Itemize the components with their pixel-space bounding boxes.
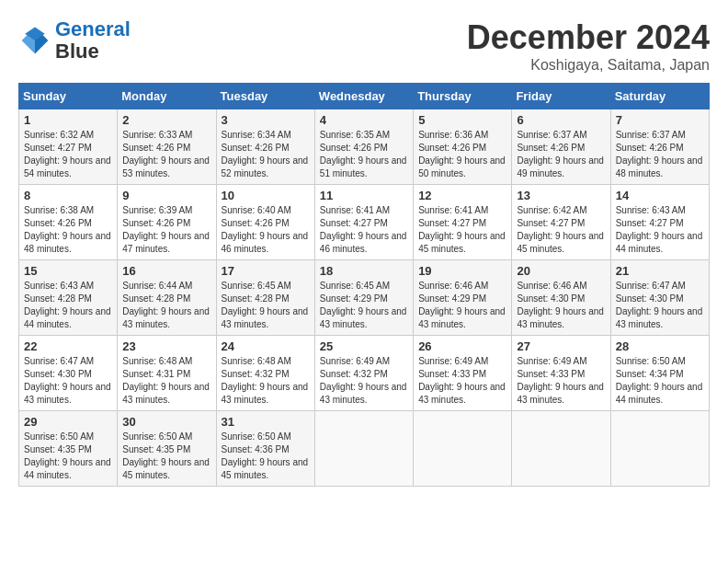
day-header-thursday: Thursday	[414, 84, 512, 109]
day-cell: 21 Sunrise: 6:47 AMSunset: 4:30 PMDaylig…	[610, 260, 709, 336]
location: Koshigaya, Saitama, Japan	[467, 57, 710, 74]
day-header-monday: Monday	[118, 84, 216, 109]
month-title: December 2024	[467, 18, 710, 57]
day-cell: 9 Sunrise: 6:39 AMSunset: 4:26 PMDayligh…	[118, 185, 216, 260]
day-cell: 30 Sunrise: 6:50 AMSunset: 4:35 PMDaylig…	[118, 411, 216, 487]
week-row-1: 1 Sunrise: 6:32 AMSunset: 4:27 PMDayligh…	[19, 109, 710, 185]
day-info: Sunrise: 6:35 AMSunset: 4:26 PMDaylight:…	[320, 129, 408, 180]
day-number: 19	[418, 264, 506, 278]
day-info: Sunrise: 6:45 AMSunset: 4:28 PMDaylight:…	[222, 280, 310, 331]
day-cell: 28 Sunrise: 6:50 AMSunset: 4:34 PMDaylig…	[610, 336, 709, 411]
day-number: 10	[222, 189, 310, 202]
day-cell: 12 Sunrise: 6:41 AMSunset: 4:27 PMDaylig…	[414, 185, 512, 260]
day-cell: 3 Sunrise: 6:34 AMSunset: 4:26 PMDayligh…	[216, 109, 314, 185]
day-cell: 4 Sunrise: 6:35 AMSunset: 4:26 PMDayligh…	[314, 109, 413, 185]
day-info: Sunrise: 6:44 AMSunset: 4:28 PMDaylight:…	[122, 280, 210, 331]
day-cell: 15 Sunrise: 6:43 AMSunset: 4:28 PMDaylig…	[19, 260, 118, 336]
day-number: 29	[24, 415, 112, 429]
day-number: 25	[320, 339, 408, 353]
week-row-5: 29 Sunrise: 6:50 AMSunset: 4:35 PMDaylig…	[19, 411, 710, 487]
day-info: Sunrise: 6:39 AMSunset: 4:26 PMDaylight:…	[122, 204, 210, 256]
day-info: Sunrise: 6:49 AMSunset: 4:33 PMDaylight:…	[418, 355, 506, 407]
day-info: Sunrise: 6:47 AMSunset: 4:30 PMDaylight:…	[24, 355, 112, 407]
day-number: 2	[122, 113, 210, 127]
day-cell: 14 Sunrise: 6:43 AMSunset: 4:27 PMDaylig…	[610, 185, 709, 260]
day-info: Sunrise: 6:48 AMSunset: 4:32 PMDaylight:…	[222, 355, 310, 407]
day-cell: 7 Sunrise: 6:37 AMSunset: 4:26 PMDayligh…	[610, 109, 709, 185]
day-header-tuesday: Tuesday	[216, 84, 314, 109]
day-cell: 16 Sunrise: 6:44 AMSunset: 4:28 PMDaylig…	[118, 260, 216, 336]
day-number: 7	[616, 113, 704, 127]
day-cell	[414, 411, 512, 487]
day-info: Sunrise: 6:50 AMSunset: 4:34 PMDaylight:…	[616, 355, 704, 407]
day-number: 20	[517, 264, 605, 278]
day-header-saturday: Saturday	[610, 84, 709, 109]
day-number: 30	[122, 415, 210, 429]
day-cell	[610, 411, 709, 487]
day-number: 1	[24, 113, 112, 127]
day-cell: 5 Sunrise: 6:36 AMSunset: 4:26 PMDayligh…	[414, 109, 512, 185]
day-cell: 11 Sunrise: 6:41 AMSunset: 4:27 PMDaylig…	[314, 185, 413, 260]
day-number: 13	[517, 189, 605, 202]
day-cell: 24 Sunrise: 6:48 AMSunset: 4:32 PMDaylig…	[216, 336, 314, 411]
day-info: Sunrise: 6:41 AMSunset: 4:27 PMDaylight:…	[320, 204, 408, 256]
day-cell: 8 Sunrise: 6:38 AMSunset: 4:26 PMDayligh…	[19, 185, 118, 260]
day-cell: 27 Sunrise: 6:49 AMSunset: 4:33 PMDaylig…	[512, 336, 610, 411]
day-number: 21	[616, 264, 704, 278]
day-info: Sunrise: 6:46 AMSunset: 4:29 PMDaylight:…	[418, 280, 506, 331]
day-number: 9	[122, 189, 210, 202]
day-cell	[512, 411, 610, 487]
logo: General Blue	[18, 18, 131, 63]
day-cell: 19 Sunrise: 6:46 AMSunset: 4:29 PMDaylig…	[414, 260, 512, 336]
day-cell: 13 Sunrise: 6:42 AMSunset: 4:27 PMDaylig…	[512, 185, 610, 260]
day-number: 18	[320, 264, 408, 278]
day-number: 22	[24, 339, 112, 353]
day-info: Sunrise: 6:49 AMSunset: 4:33 PMDaylight:…	[517, 355, 605, 407]
day-info: Sunrise: 6:43 AMSunset: 4:27 PMDaylight:…	[616, 204, 704, 256]
day-info: Sunrise: 6:37 AMSunset: 4:26 PMDaylight:…	[616, 129, 704, 180]
day-info: Sunrise: 6:48 AMSunset: 4:31 PMDaylight:…	[122, 355, 210, 407]
day-info: Sunrise: 6:43 AMSunset: 4:28 PMDaylight:…	[24, 280, 112, 331]
day-info: Sunrise: 6:50 AMSunset: 4:36 PMDaylight:…	[222, 431, 310, 482]
week-row-3: 15 Sunrise: 6:43 AMSunset: 4:28 PMDaylig…	[19, 260, 710, 336]
day-info: Sunrise: 6:36 AMSunset: 4:26 PMDaylight:…	[418, 129, 506, 180]
day-number: 6	[517, 113, 605, 127]
day-number: 3	[222, 113, 310, 127]
day-info: Sunrise: 6:50 AMSunset: 4:35 PMDaylight:…	[122, 431, 210, 482]
week-row-4: 22 Sunrise: 6:47 AMSunset: 4:30 PMDaylig…	[19, 336, 710, 411]
day-cell: 20 Sunrise: 6:46 AMSunset: 4:30 PMDaylig…	[512, 260, 610, 336]
day-number: 11	[320, 189, 408, 202]
day-cell: 22 Sunrise: 6:47 AMSunset: 4:30 PMDaylig…	[19, 336, 118, 411]
day-number: 28	[616, 339, 704, 353]
title-area: December 2024 Koshigaya, Saitama, Japan	[467, 18, 710, 74]
day-number: 4	[320, 113, 408, 127]
day-header-sunday: Sunday	[19, 84, 118, 109]
day-info: Sunrise: 6:40 AMSunset: 4:26 PMDaylight:…	[222, 204, 310, 256]
day-info: Sunrise: 6:33 AMSunset: 4:26 PMDaylight:…	[122, 129, 210, 180]
day-number: 15	[24, 264, 112, 278]
day-info: Sunrise: 6:45 AMSunset: 4:29 PMDaylight:…	[320, 280, 408, 331]
day-number: 27	[517, 339, 605, 353]
day-info: Sunrise: 6:47 AMSunset: 4:30 PMDaylight:…	[616, 280, 704, 331]
day-cell: 31 Sunrise: 6:50 AMSunset: 4:36 PMDaylig…	[216, 411, 314, 487]
day-info: Sunrise: 6:42 AMSunset: 4:27 PMDaylight:…	[517, 204, 605, 256]
day-cell: 10 Sunrise: 6:40 AMSunset: 4:26 PMDaylig…	[216, 185, 314, 260]
day-info: Sunrise: 6:41 AMSunset: 4:27 PMDaylight:…	[418, 204, 506, 256]
day-number: 16	[122, 264, 210, 278]
day-info: Sunrise: 6:50 AMSunset: 4:35 PMDaylight:…	[24, 431, 112, 482]
day-info: Sunrise: 6:49 AMSunset: 4:32 PMDaylight:…	[320, 355, 408, 407]
calendar-table: SundayMondayTuesdayWednesdayThursdayFrid…	[18, 83, 710, 487]
day-cell	[314, 411, 413, 487]
day-number: 5	[418, 113, 506, 127]
day-cell: 17 Sunrise: 6:45 AMSunset: 4:28 PMDaylig…	[216, 260, 314, 336]
day-cell: 29 Sunrise: 6:50 AMSunset: 4:35 PMDaylig…	[19, 411, 118, 487]
logo-text: General Blue	[55, 18, 131, 63]
day-cell: 6 Sunrise: 6:37 AMSunset: 4:26 PMDayligh…	[512, 109, 610, 185]
page-header: General Blue December 2024 Koshigaya, Sa…	[18, 18, 710, 74]
day-number: 17	[222, 264, 310, 278]
day-number: 24	[222, 339, 310, 353]
logo-icon	[18, 24, 51, 57]
days-header-row: SundayMondayTuesdayWednesdayThursdayFrid…	[19, 84, 710, 109]
day-header-wednesday: Wednesday	[314, 84, 413, 109]
day-number: 14	[616, 189, 704, 202]
